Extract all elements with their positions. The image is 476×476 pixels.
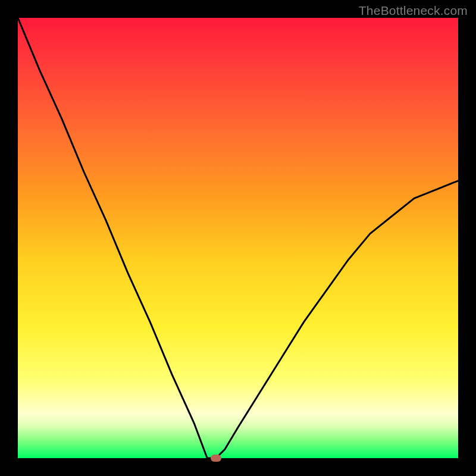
chart-frame: TheBottleneck.com: [0, 0, 476, 476]
curve-line: [18, 18, 458, 458]
optimal-marker: [211, 455, 221, 462]
watermark-text: TheBottleneck.com: [359, 4, 468, 18]
plot-area: [18, 18, 458, 458]
